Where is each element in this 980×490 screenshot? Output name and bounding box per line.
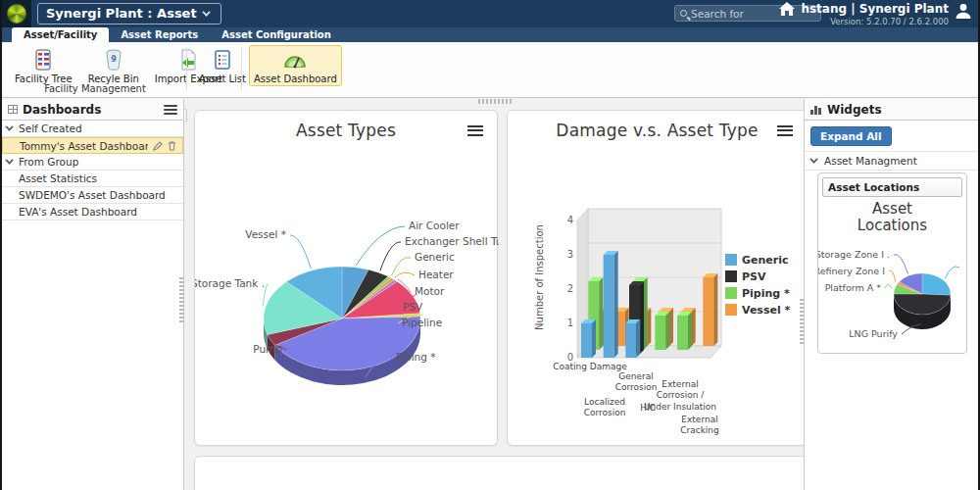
pie-label: Air Cooler — [409, 220, 460, 231]
app-module-selector[interactable]: Synergi Plant : Asset — [37, 3, 221, 24]
asset-types-chart-title: Asset Types — [195, 121, 497, 140]
widgets-panel-title: Widgets — [827, 103, 972, 117]
top-bar: Synergi Plant : Asset hstang | Synergi P… — [2, 0, 978, 27]
pie-label: LNG Purify — [849, 328, 898, 339]
asset-locations-chart-title: Asset Locations — [818, 201, 966, 235]
y-tick-label: 2 — [567, 283, 573, 294]
pie-leader-line — [395, 272, 415, 277]
bar — [604, 255, 614, 358]
asset-types-widget-card: Air CoolerExchanger Shell TubeGenericHea… — [194, 110, 498, 446]
chevron-down-icon — [809, 155, 817, 163]
bar — [703, 277, 713, 346]
bar — [625, 323, 636, 358]
pie-label: Platform A * — [825, 282, 882, 293]
legend-label: Vessel * — [742, 304, 791, 317]
application-window: Synergi Plant : Asset hstang | Synergi P… — [0, 0, 980, 490]
widgets-panel: Widgets Expand All Asset Managment Asset… — [804, 99, 978, 490]
sidebar-item-tommys-asset-dashboard[interactable]: Tommy's Asset Dashboard — [2, 137, 183, 154]
toolbar-separator — [241, 47, 242, 90]
x-axis-label: External Corrosion / Under Insulation — [643, 379, 717, 413]
pie-label: PSV — [403, 301, 423, 313]
body: Dashboards Self Created Tommy's Asset Da… — [2, 99, 978, 490]
username-label: hstang | Synergi Plant — [801, 2, 949, 16]
pie-leader-line — [380, 242, 401, 270]
pie-label: Pipeline — [402, 317, 442, 328]
y-tick-label: 1 — [567, 318, 573, 328]
pie-label: Vessel * — [245, 228, 286, 240]
y-tick-label: 4 — [567, 215, 573, 225]
pie-leader-line — [889, 270, 896, 281]
pie-leader-line — [290, 235, 311, 269]
chart-menu-icon[interactable] — [777, 122, 793, 138]
pie-label: Refinery Zone I — [818, 266, 885, 276]
sidebar-item-asset-statistics[interactable]: Asset Statistics — [2, 171, 183, 187]
recycle-bin-icon: 9 — [104, 48, 123, 72]
legend-label: Piping * — [742, 287, 790, 300]
legend-swatch — [725, 254, 737, 266]
asset-dashboard-gauge-icon — [282, 48, 308, 72]
chevron-down-icon — [5, 156, 13, 164]
recycle-bin-button[interactable]: 9 Recyle Bin — [83, 45, 144, 86]
sidebar-item-eva-asset-dashboard[interactable]: EVA's Asset Dashboard — [2, 204, 183, 220]
asset-locations-pie-chart: LNG PurifyPlatform A *Refinery Zone I– S… — [818, 235, 968, 363]
facility-management-group-label: Facility Management — [31, 83, 159, 94]
pie-leader-line — [885, 284, 892, 288]
app-logo — [2, 0, 31, 27]
legend-label: PSV — [742, 270, 766, 283]
x-axis-label: External Cracking — [662, 415, 737, 437]
facility-tree-icon — [33, 48, 53, 72]
next-row-widget-card — [194, 456, 808, 490]
sidebar-group-self-created[interactable]: Self Created — [2, 121, 183, 137]
asset-management-group-row[interactable]: Asset Managment — [805, 152, 978, 171]
panel-splitter-handle[interactable] — [184, 109, 187, 122]
ribbon-tab-bar: Asset/Facility Asset Reports Asset Confi… — [2, 27, 978, 42]
tab-asset-facility[interactable]: Asset/Facility — [12, 27, 109, 42]
search-icon — [680, 10, 687, 17]
drag-handle-horizontal[interactable] — [478, 99, 514, 104]
toolbar-separator — [186, 47, 187, 90]
user-area: hstang | Synergi Plant Version: 5.2.0.70… — [779, 2, 972, 26]
asset-dashboard-label: Asset Dashboard — [254, 74, 337, 84]
pie-label: Piping * — [396, 351, 436, 363]
expand-all-button[interactable]: Expand All — [810, 126, 892, 146]
legend-swatch — [725, 287, 737, 299]
pie-leader-line — [356, 226, 405, 266]
pie-leader-line — [945, 266, 959, 277]
damage-asset-type-widget-card: 01234Number of InspectionGenericPSVPipin… — [507, 110, 808, 446]
pie-label: Exchanger Shell Tube — [405, 235, 499, 247]
ribbon-toolbar: Facility Tree 9 Recyle Bin Import Export… — [2, 42, 978, 98]
bar-chart-icon — [810, 105, 822, 115]
facility-tree-button[interactable]: Facility Tree — [10, 45, 77, 86]
sidebar-group-from-group[interactable]: From Group — [2, 154, 183, 171]
asset-types-pie-chart: Air CoolerExchanger Shell TubeGenericHea… — [195, 111, 499, 447]
edit-pencil-icon[interactable] — [153, 141, 163, 151]
delete-trash-icon[interactable] — [168, 141, 176, 151]
asset-locations-widget-header[interactable]: Asset Locations — [822, 177, 962, 197]
y-axis-title: Number of Inspection — [534, 224, 545, 330]
asset-list-icon — [214, 48, 231, 72]
tab-asset-reports[interactable]: Asset Reports — [109, 27, 210, 42]
legend-label: Generic — [742, 254, 789, 267]
asset-list-button[interactable]: Asset List — [194, 45, 251, 86]
asset-list-label: Asset List — [199, 74, 246, 84]
home-icon[interactable] — [779, 2, 795, 16]
version-label: Version: 5.2.0.70 / 2.6.2.000 — [801, 17, 949, 26]
pie-label: – Storage Zone I . — [818, 249, 890, 260]
pie-label: Generic — [415, 251, 455, 263]
chart-menu-icon[interactable] — [467, 122, 483, 138]
bar — [677, 316, 688, 350]
sidebar-item-swdemo-asset-dashboard[interactable]: SWDEMO's Asset Dashboard — [2, 187, 183, 204]
bar — [581, 323, 592, 358]
drag-handle-left[interactable] — [179, 275, 184, 322]
pie-label: Pump — [253, 343, 282, 355]
tab-asset-configuration[interactable]: Asset Configuration — [210, 27, 343, 42]
asset-dashboard-button[interactable]: Asset Dashboard — [249, 45, 342, 86]
damage-chart-title: Damage v.s. Asset Type — [508, 121, 807, 140]
dashboard-panel-icon — [8, 105, 18, 114]
dashboards-menu-icon[interactable] — [164, 103, 177, 117]
legend-swatch — [725, 270, 737, 282]
legend-swatch — [725, 304, 737, 316]
user-avatar-icon[interactable] — [955, 2, 972, 20]
pie-label: Motor — [415, 285, 445, 297]
chevron-down-icon — [5, 122, 13, 130]
